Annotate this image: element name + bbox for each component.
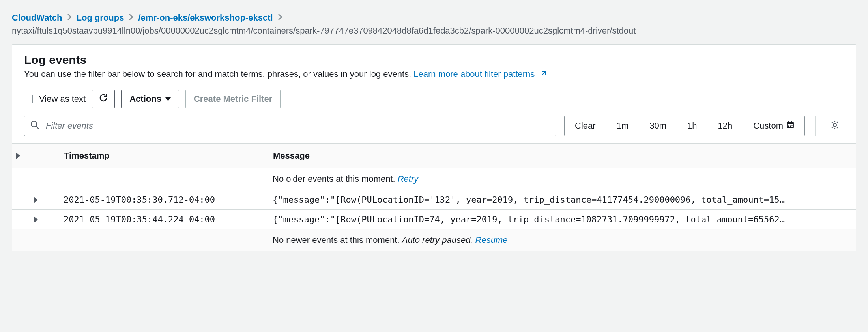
time-range-buttons: Clear 1m 30m 1h 12h Custom <box>564 116 805 136</box>
retry-link[interactable]: Retry <box>398 174 419 184</box>
toolbar: View as text Actions Create Metric Filte… <box>12 86 856 116</box>
caret-down-icon <box>165 97 171 101</box>
svg-rect-9 <box>788 126 789 127</box>
calendar-icon <box>786 121 794 131</box>
time-custom-button[interactable]: Custom <box>743 116 804 136</box>
resume-link[interactable]: Resume <box>475 235 508 245</box>
older-events-status: No older events at this moment. <box>273 174 398 184</box>
breadcrumb-current: nytaxi/ftuls1q50staavpu9914lln00/jobs/00… <box>12 24 856 37</box>
svg-point-0 <box>31 121 37 127</box>
breadcrumb-log-groups[interactable]: Log groups <box>77 11 124 24</box>
refresh-icon <box>98 93 108 105</box>
chevron-right-icon <box>278 11 282 24</box>
vertical-divider <box>815 116 816 136</box>
time-30m-button[interactable]: 30m <box>639 116 677 136</box>
settings-button[interactable] <box>829 119 840 132</box>
filter-events-input[interactable] <box>45 116 550 136</box>
timestamp-cell: 2021-05-19T00:35:30.712-04:00 <box>60 190 269 209</box>
breadcrumb-log-group-name[interactable]: /emr-on-eks/eksworkshop-eksctl <box>138 11 273 24</box>
table-row[interactable]: 2021-05-19T00:35:30.712-04:00 {"message"… <box>12 190 856 210</box>
auto-retry-paused: Auto retry paused. <box>402 235 475 245</box>
create-metric-filter-button[interactable]: Create Metric Filter <box>185 90 281 108</box>
time-1h-button[interactable]: 1h <box>677 116 707 136</box>
expand-row-icon[interactable] <box>34 216 38 223</box>
learn-more-link[interactable]: Learn more about filter patterns <box>413 69 547 79</box>
newer-events-status-row: No newer events at this moment. Auto ret… <box>12 229 856 251</box>
svg-rect-10 <box>790 126 791 127</box>
actions-dropdown[interactable]: Actions <box>121 90 179 108</box>
breadcrumb: CloudWatch Log groups /emr-on-eks/ekswor… <box>0 0 868 44</box>
search-icon <box>30 120 39 132</box>
chevron-right-icon <box>67 11 72 24</box>
search-row: Clear 1m 30m 1h 12h Custom <box>12 116 856 143</box>
older-events-status-row: No older events at this moment. Retry <box>12 168 856 190</box>
refresh-button[interactable] <box>92 90 115 108</box>
subtitle-text: You can use the filter bar below to sear… <box>24 69 413 79</box>
svg-point-11 <box>833 123 836 127</box>
gear-icon <box>829 124 840 132</box>
message-cell: {"message":"[Row(PULocationID='132', yea… <box>269 190 856 209</box>
timestamp-cell: 2021-05-19T00:35:44.224-04:00 <box>60 210 269 229</box>
svg-line-1 <box>36 126 39 129</box>
expand-row-icon[interactable] <box>34 197 38 203</box>
table-row[interactable]: 2021-05-19T00:35:44.224-04:00 {"message"… <box>12 210 856 229</box>
message-cell: {"message":"[Row(PULocationID=74, year=2… <box>269 210 856 229</box>
svg-rect-8 <box>791 125 793 126</box>
chevron-right-icon <box>129 11 133 24</box>
view-as-text-checkbox[interactable] <box>24 95 33 103</box>
filter-events-box[interactable] <box>24 116 556 136</box>
svg-rect-7 <box>790 125 791 126</box>
column-timestamp[interactable]: Timestamp <box>60 144 269 168</box>
time-12h-button[interactable]: 12h <box>707 116 743 136</box>
log-events-table: Timestamp Message No older events at thi… <box>12 143 856 251</box>
view-as-text-label: View as text <box>39 94 86 104</box>
external-link-icon <box>539 70 547 80</box>
table-header: Timestamp Message <box>12 144 856 168</box>
time-clear-button[interactable]: Clear <box>565 116 606 136</box>
svg-rect-6 <box>788 125 789 126</box>
column-message[interactable]: Message <box>269 144 856 168</box>
log-events-panel: Log events You can use the filter bar be… <box>12 44 856 251</box>
time-custom-label: Custom <box>753 121 783 131</box>
time-1m-button[interactable]: 1m <box>606 116 639 136</box>
page-subtitle: You can use the filter bar below to sear… <box>24 69 844 80</box>
newer-events-status: No newer events at this moment. <box>273 235 402 245</box>
expand-all-icon[interactable] <box>16 153 20 159</box>
breadcrumb-cloudwatch[interactable]: CloudWatch <box>12 11 62 24</box>
actions-label: Actions <box>129 94 161 104</box>
page-title: Log events <box>24 53 844 67</box>
